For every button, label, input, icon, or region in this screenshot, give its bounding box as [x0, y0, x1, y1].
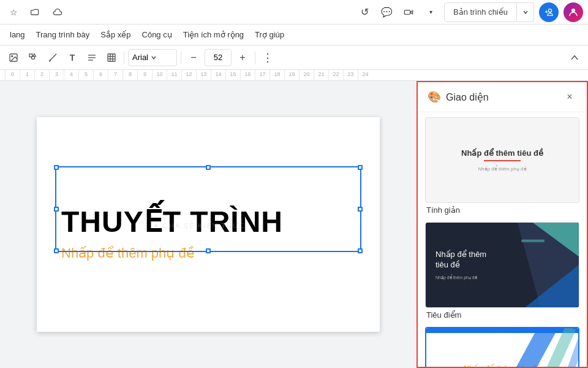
- themes-header: 🎨 Giao diện ×: [418, 82, 587, 112]
- add-person-button[interactable]: [539, 2, 559, 22]
- handle-middle-left[interactable]: [54, 207, 59, 212]
- slide-canvas: THUYẾT TRÌNH Nhấp để thêm phụ đề ✦ CHA S…: [37, 117, 380, 332]
- palette-icon: 🎨: [428, 90, 441, 104]
- font-name-label: Arial: [132, 53, 148, 62]
- theme-dark-text: Nhấp để thêm tiêu đề Nhấp để thêm phụ đề: [435, 250, 497, 280]
- top-bar: ☆ ↺ 💬 ▾ Bản trình chiếu: [0, 0, 588, 25]
- menu-lang[interactable]: lang: [5, 28, 30, 42]
- svg-point-3: [12, 55, 13, 56]
- insert-shape-button[interactable]: [24, 49, 42, 66]
- slide-subtitle[interactable]: Nhấp để thêm phụ đề: [61, 245, 195, 261]
- theme-simple-preview: Nhấp để thêm tiêu đề Nhấp để thêm phụ đề: [426, 118, 579, 202]
- theme-name-tinh-gian: Tính giản: [425, 205, 579, 215]
- theme-thumbnail-tieu-diem[interactable]: Nhấp để thêm tiêu đề Nhấp để thêm phụ đề: [425, 222, 579, 308]
- line-tool-button[interactable]: [44, 49, 61, 66]
- themes-header-left: 🎨 Giao diện: [428, 90, 489, 104]
- svg-line-20: [502, 328, 548, 367]
- font-size-increase[interactable]: +: [234, 49, 251, 66]
- theme-dark-preview: Nhấp để thêm tiêu đề Nhấp để thêm phụ đề: [426, 223, 579, 307]
- present-button[interactable]: Bản trình chiếu: [444, 2, 517, 22]
- theme-item-tieu-diem: Nhấp để thêm tiêu đề Nhấp để thêm phụ đề…: [425, 222, 579, 320]
- format-button[interactable]: [83, 49, 100, 66]
- handle-top-middle[interactable]: [206, 165, 211, 170]
- themes-title: Giao diện: [446, 91, 489, 103]
- main-area: THUYẾT TRÌNH Nhấp để thêm phụ đề ✦ CHA S…: [0, 81, 588, 368]
- text-tool-button[interactable]: T: [64, 49, 81, 66]
- toolbar-separator-1: [124, 52, 124, 64]
- font-selector[interactable]: Arial: [128, 49, 177, 66]
- handle-top-left[interactable]: [54, 165, 59, 170]
- present-button-group: Bản trình chiếu: [444, 2, 534, 22]
- menu-extensions[interactable]: Tiện ích mở rộng: [178, 28, 249, 42]
- theme-dark-title: Nhấp để thêm tiêu đề: [435, 250, 497, 270]
- handle-top-right[interactable]: [358, 165, 363, 170]
- themes-list: Nhấp để thêm tiêu đề Nhấp để thêm phụ đề…: [418, 112, 587, 367]
- svg-point-1: [571, 9, 575, 12]
- themes-close-button[interactable]: ×: [562, 90, 577, 104]
- video-dropdown[interactable]: ▾: [422, 4, 439, 21]
- handle-middle-right[interactable]: [358, 207, 363, 212]
- menu-tools[interactable]: Công cụ: [137, 28, 177, 42]
- star-icon[interactable]: ☆: [5, 4, 22, 21]
- svg-rect-0: [404, 10, 410, 14]
- collapse-toolbar-button[interactable]: [566, 49, 583, 66]
- toolbar-separator-2: [181, 52, 181, 64]
- font-size-input[interactable]: 52: [205, 49, 232, 66]
- top-bar-icons: ☆: [5, 4, 66, 21]
- toolbar: T Arial − 52 + ⋮: [0, 45, 588, 70]
- menu-slide[interactable]: Trang trình bày: [31, 28, 95, 42]
- font-dropdown-icon: [151, 55, 157, 61]
- folder-icon[interactable]: [27, 4, 44, 21]
- slide-area[interactable]: THUYẾT TRÌNH Nhấp để thêm phụ đề ✦ CHA S…: [0, 81, 417, 368]
- font-size-decrease[interactable]: −: [185, 49, 202, 66]
- cloud-icon[interactable]: [49, 4, 66, 21]
- themes-panel: 🎨 Giao diện × Nhấp để thêm tiêu đề Nhấp …: [417, 81, 588, 368]
- handle-bottom-right[interactable]: [358, 248, 363, 253]
- menu-bar: lang Trang trình bày Sắp xếp Công cụ Tiệ…: [0, 25, 588, 45]
- theme-thumbnail-colored[interactable]: Nhấp để thêm tiêu đề Nhấp để thêm phụ đề…: [425, 327, 579, 367]
- avatar[interactable]: [564, 2, 583, 22]
- svg-rect-19: [521, 240, 545, 242]
- present-dropdown[interactable]: [517, 2, 534, 22]
- top-bar-left: ☆: [5, 4, 66, 21]
- top-right-controls: ↺ 💬 ▾ Bản trình chiếu: [356, 2, 583, 22]
- theme-simple-underline: [484, 160, 521, 161]
- svg-rect-10: [108, 54, 115, 61]
- menu-arrange[interactable]: Sắp xếp: [96, 28, 135, 42]
- more-options-button[interactable]: ⋮: [259, 49, 276, 66]
- video-icon[interactable]: [400, 4, 417, 21]
- theme-simple-title: Nhấp để thêm tiêu đề: [461, 148, 543, 158]
- font-size-value: 52: [214, 53, 222, 62]
- theme-thumbnail-tinh-gian[interactable]: Nhấp để thêm tiêu đề Nhấp để thêm phụ đề: [425, 117, 579, 203]
- history-icon[interactable]: ↺: [356, 4, 373, 21]
- chat-icon[interactable]: 💬: [378, 4, 395, 21]
- theme-simple-sub: Nhấp để thêm phụ đề: [478, 166, 526, 172]
- handle-bottom-middle[interactable]: [206, 248, 211, 253]
- theme-item-tinh-gian: Nhấp để thêm tiêu đề Nhấp để thêm phụ đề…: [425, 117, 579, 215]
- ruler-marks: 0 1 2 3 4 5 6 7 8 9 10 11 12 13 14 15 16…: [5, 70, 372, 80]
- menu-help[interactable]: Trợ giúp: [250, 28, 289, 42]
- toolbar-separator-3: [255, 52, 255, 64]
- table-button[interactable]: [103, 49, 120, 66]
- ruler: 0 1 2 3 4 5 6 7 8 9 10 11 12 13 14 15 16…: [0, 70, 588, 81]
- slide-title[interactable]: THUYẾT TRÌNH: [61, 206, 283, 239]
- theme-dark-sub: Nhấp để thêm phụ đề: [435, 275, 497, 280]
- theme-name-tieu-diem: Tiêu điểm: [425, 310, 579, 320]
- handle-bottom-left[interactable]: [54, 248, 59, 253]
- theme-colored-preview: Nhấp để thêm tiêu đề Nhấp để thêm phụ đề…: [426, 328, 578, 367]
- theme-item-colored: Nhấp để thêm tiêu đề Nhấp để thêm phụ đề…: [425, 327, 579, 367]
- insert-image-button[interactable]: [5, 49, 22, 66]
